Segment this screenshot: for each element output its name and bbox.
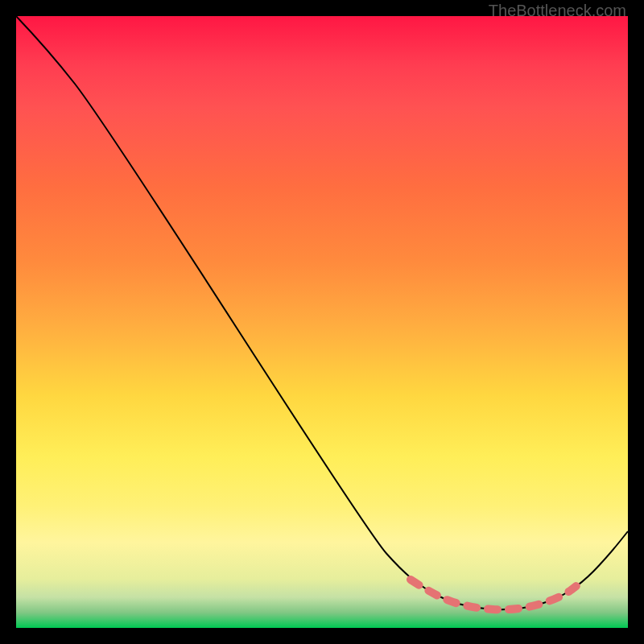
bottleneck-curve-path	[16, 16, 628, 609]
plot-area	[16, 16, 628, 628]
watermark-text: TheBottleneck.com	[489, 2, 626, 20]
chart-svg	[16, 16, 628, 628]
optimal-zone-dotted	[411, 580, 580, 609]
